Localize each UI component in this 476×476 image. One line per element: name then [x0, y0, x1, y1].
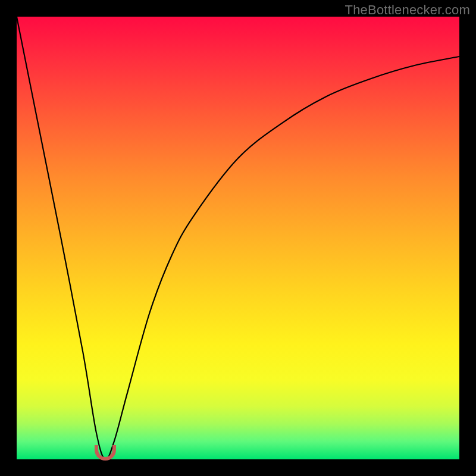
plot-area [17, 17, 459, 459]
outer-frame: TheBottlenecker.com [0, 0, 476, 476]
curve-svg [17, 17, 459, 459]
watermark-text: TheBottlenecker.com [345, 2, 470, 18]
bottleneck-curve [17, 17, 459, 459]
